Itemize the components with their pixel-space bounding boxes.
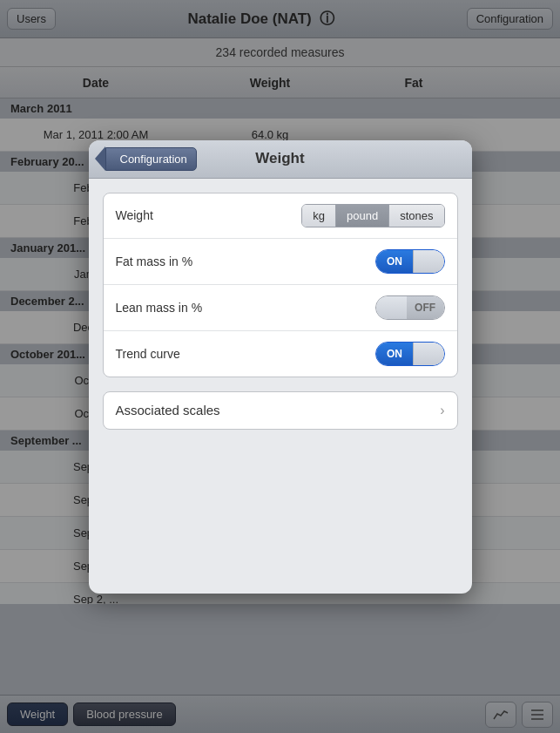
modal-overlay: Configuration Weight Weight kg pound sto… xyxy=(0,0,560,733)
fat-mass-toggle[interactable]: ON xyxy=(375,249,445,274)
toggle-on-thumb-trend xyxy=(413,343,443,365)
pound-option[interactable]: pound xyxy=(336,205,389,227)
trend-curve-label: Trend curve xyxy=(116,347,180,361)
fat-mass-row: Fat mass in % ON xyxy=(104,239,457,285)
weight-unit-row: Weight kg pound stones xyxy=(104,193,457,239)
trend-curve-toggle[interactable]: ON xyxy=(375,342,445,366)
toggle-off-label: OFF xyxy=(407,296,444,319)
modal-back-button[interactable]: Configuration xyxy=(96,147,197,171)
weight-unit-control[interactable]: kg pound stones xyxy=(301,204,444,227)
chevron-right-icon: › xyxy=(440,403,444,418)
lean-mass-toggle[interactable]: OFF xyxy=(375,295,445,320)
kg-option[interactable]: kg xyxy=(302,205,336,227)
weight-settings-section: Weight kg pound stones Fat mass in % ON xyxy=(103,193,458,377)
fat-mass-label: Fat mass in % xyxy=(116,255,193,268)
associated-scales-label: Associated scales xyxy=(116,403,220,417)
modal-body: Weight kg pound stones Fat mass in % ON xyxy=(89,179,472,444)
trend-curve-row: Trend curve ON xyxy=(104,331,457,377)
lean-mass-label: Lean mass in % xyxy=(116,301,203,315)
stones-option[interactable]: stones xyxy=(389,205,443,227)
modal-header: Configuration Weight xyxy=(89,140,472,179)
weight-label: Weight xyxy=(116,208,153,222)
configuration-modal: Configuration Weight Weight kg pound sto… xyxy=(89,140,472,594)
toggle-on-label-trend: ON xyxy=(376,343,414,365)
associated-scales-row[interactable]: Associated scales › xyxy=(103,391,458,430)
toggle-on-thumb xyxy=(413,250,443,273)
lean-mass-row: Lean mass in % OFF xyxy=(104,285,457,331)
modal-title: Weight xyxy=(255,150,304,167)
toggle-on-label: ON xyxy=(376,250,414,273)
toggle-off-thumb xyxy=(376,296,407,319)
